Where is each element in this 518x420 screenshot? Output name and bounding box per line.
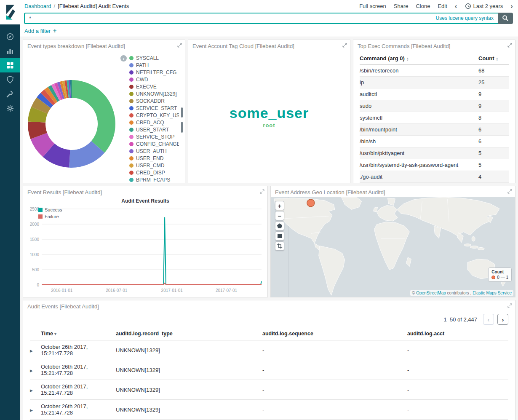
line-legend-item[interactable]: Success xyxy=(38,206,62,213)
plus-icon: + xyxy=(53,27,57,34)
geo-marker[interactable] xyxy=(307,199,315,207)
legend-item[interactable]: USER_AUTH xyxy=(129,147,179,155)
dashboard-icon xyxy=(6,61,14,70)
acct-cell: - xyxy=(407,400,508,420)
command-count-cell: 5 xyxy=(478,147,509,159)
search-button[interactable] xyxy=(498,13,513,24)
full-screen-button[interactable]: Full screen xyxy=(359,3,386,9)
tag-cloud-word[interactable]: some_user xyxy=(230,106,309,120)
legend-item[interactable]: USER_START xyxy=(129,126,179,133)
legend-item[interactable]: NETFILTER_CFG xyxy=(129,69,179,76)
edit-button[interactable]: Edit xyxy=(438,3,447,9)
dashboard-grid: Event types breakdown [Filebeat Auditd] … xyxy=(20,37,518,420)
column-header-acct[interactable]: auditd.log.acct xyxy=(407,327,508,340)
legend-scrollbar[interactable] xyxy=(181,122,183,133)
filter-bar: Add a filter + xyxy=(20,24,518,37)
sort-icon: ▴▾ xyxy=(407,57,409,61)
donut-slice[interactable] xyxy=(72,80,115,152)
command-name-cell: systemctl xyxy=(360,112,478,124)
legend-item[interactable]: USER_CMD xyxy=(129,162,179,169)
draw-polygon-button[interactable] xyxy=(275,221,284,230)
column-header-record-type[interactable]: auditd.log.record_type xyxy=(116,327,262,340)
openstreetmap-link[interactable]: OpenStreetMap xyxy=(416,291,446,295)
expand-panel-icon[interactable] xyxy=(260,189,264,194)
command-count-cell: 6 xyxy=(478,124,509,136)
legend-swatch xyxy=(129,178,134,182)
timelion-icon xyxy=(6,75,14,84)
legend-item[interactable]: SERVICE_STOP xyxy=(129,133,179,140)
expand-row-icon[interactable]: ▶ xyxy=(30,388,33,393)
previous-page-button[interactable]: ‹ xyxy=(483,314,494,325)
legend-item[interactable]: CRYPTO_KEY_USER xyxy=(129,112,179,119)
x-axis-tick-label: 2017-07-01 xyxy=(216,288,238,293)
expand-panel-icon[interactable] xyxy=(507,43,512,48)
command-row: /usr/bin/systemd-tty-ask-password-agent5 xyxy=(360,159,509,171)
legend-swatch xyxy=(129,128,134,132)
sidebar-item-visualize[interactable] xyxy=(0,44,20,58)
legend-item[interactable]: SYSCALL xyxy=(129,54,179,62)
legend-item[interactable]: SERVICE_START xyxy=(129,104,179,112)
command-name-cell: /sbin/restorecon xyxy=(360,65,478,77)
expand-panel-icon[interactable] xyxy=(507,189,512,194)
x-axis-tick-label: 2016-01-01 xyxy=(51,288,73,293)
y-axis-tick-label: 2000 xyxy=(30,222,40,227)
column-header-count[interactable]: Count▴▾ xyxy=(478,52,509,65)
panel-title: Top Exec Commands [Filebeat Auditd] xyxy=(353,40,515,51)
legend-label: UNKNOWN[1329] xyxy=(136,91,177,97)
legend-item[interactable]: BPRM_FCAPS xyxy=(129,176,179,182)
legend-item[interactable]: USER_END xyxy=(129,155,179,162)
lucene-syntax-link[interactable]: Uses lucene query syntax xyxy=(436,15,494,21)
column-header-time[interactable]: Time▾ xyxy=(41,327,116,340)
sidebar-item-management[interactable] xyxy=(0,101,20,115)
world-map[interactable]: + − Count 0 — 1 © OpenStreetMap contribu… xyxy=(271,197,515,297)
kibana-logo-icon xyxy=(1,1,19,24)
legend-scrollbar[interactable] xyxy=(181,107,183,118)
sidebar-item-dashboard[interactable] xyxy=(0,58,20,72)
clone-button[interactable]: Clone xyxy=(416,3,430,9)
expand-row-icon[interactable]: ▶ xyxy=(30,408,33,412)
expand-row-icon[interactable]: ▶ xyxy=(30,349,33,353)
kibana-logo[interactable] xyxy=(0,0,20,24)
breadcrumb-dashboard-link[interactable]: Dashboard xyxy=(24,3,51,9)
expand-panel-icon[interactable] xyxy=(507,303,512,308)
legend-label: SERVICE_STOP xyxy=(136,134,175,140)
column-header-sequence[interactable]: auditd.log.sequence xyxy=(262,327,407,340)
expand-panel-icon[interactable] xyxy=(342,43,347,48)
zoom-out-button[interactable]: − xyxy=(275,211,284,220)
tag-cloud-word[interactable]: root xyxy=(263,123,275,128)
time-forward-button[interactable]: › xyxy=(510,3,513,10)
expand-panel-icon[interactable] xyxy=(177,43,182,48)
legend-item[interactable]: CRED_DISP xyxy=(129,169,179,176)
line-legend-item[interactable]: Failure xyxy=(38,213,62,220)
sidebar-item-dev-tools[interactable] xyxy=(0,87,20,101)
fit-bounds-button[interactable] xyxy=(275,241,284,251)
legend-item[interactable]: CWD xyxy=(129,76,179,83)
legend-item[interactable]: PATH xyxy=(129,62,179,69)
share-button[interactable]: Share xyxy=(394,3,409,9)
compass-icon xyxy=(6,32,14,41)
legend-item[interactable]: CONFIG_CHANGE xyxy=(129,140,179,147)
audit-event-row: ▶October 26th 2017, 15:21:47.728UNKNOWN[… xyxy=(30,360,508,380)
panel-account-tag-cloud: Event Account Tag Cloud [Filebeat Auditd… xyxy=(188,40,350,183)
legend-item[interactable]: EXECVE xyxy=(129,83,179,90)
panel-title: Event types breakdown [Filebeat Auditd] xyxy=(23,40,185,51)
next-page-button[interactable]: › xyxy=(497,314,508,325)
legend-item[interactable]: UNKNOWN[1329] xyxy=(129,90,179,97)
sidebar-item-timelion[interactable] xyxy=(0,72,20,87)
draw-rectangle-button[interactable] xyxy=(275,231,284,241)
query-bar: Uses lucene query syntax xyxy=(20,12,518,24)
time-picker[interactable]: Last 2 years xyxy=(465,3,503,9)
legend-toggle-icon[interactable]: › xyxy=(120,55,127,62)
search-input[interactable] xyxy=(24,13,498,24)
elastic-maps-service-link[interactable]: Elastic Maps Service xyxy=(473,291,512,295)
time-back-button[interactable]: ‹ xyxy=(455,3,457,10)
expand-row-icon[interactable]: ▶ xyxy=(30,369,33,373)
rectangle-icon xyxy=(277,233,282,238)
legend-item[interactable]: SOCKADDR xyxy=(129,97,179,104)
column-header-command[interactable]: Command (arg 0)▴▾ xyxy=(360,52,478,65)
legend-swatch xyxy=(129,106,134,110)
legend-item[interactable]: CRED_ACQ xyxy=(129,119,179,126)
zoom-in-button[interactable]: + xyxy=(275,201,284,210)
add-filter-button[interactable]: Add a filter + xyxy=(24,27,57,34)
sidebar-item-discover[interactable] xyxy=(0,29,20,44)
